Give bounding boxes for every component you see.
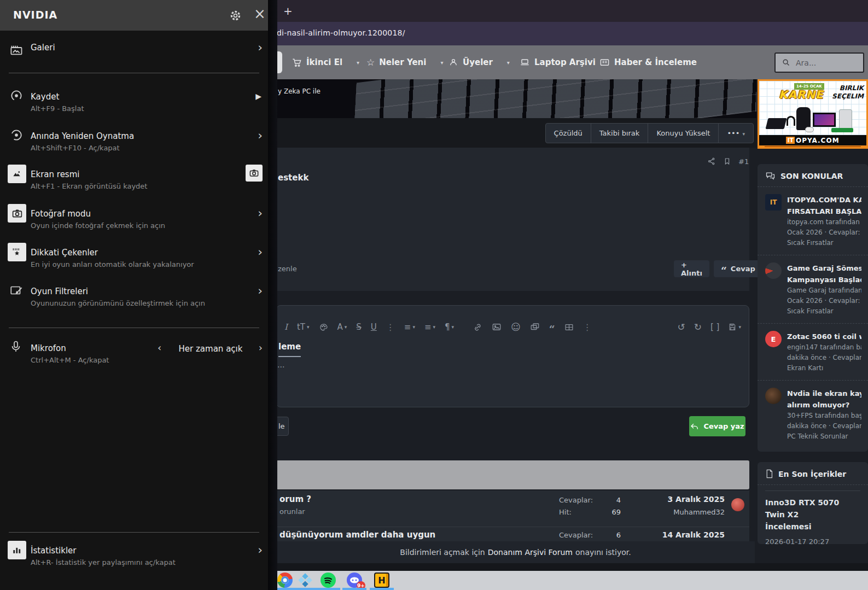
nav-item-ikinci-el[interactable]: İkinci El ▾ xyxy=(292,45,359,79)
url-text: di-nasil-alirim-olmuyor.1200018/ xyxy=(277,28,405,37)
post-card: #1 estekk zenle + Alıntı “Cevap xyxy=(276,148,749,291)
reply-editor[interactable]: I tT▾ A▾ S U ⋮ ≡▾ ≡▾ ¶▾ ☺ xyxy=(276,305,749,407)
menu-item-kaydet[interactable]: Kaydet Alt+F9 - Başlat ▶ xyxy=(0,87,268,116)
divider xyxy=(9,328,259,328)
more-tools-button[interactable]: ⋮ xyxy=(583,322,592,332)
list-item[interactable]: IT ITOPYA.COM'DA KARNE FIRSATLARI BAŞLAD… xyxy=(758,187,868,255)
chevron-down-icon: ▾ xyxy=(440,60,443,66)
unfollow-button[interactable]: Takibi bırak xyxy=(591,123,649,143)
avatar[interactable] xyxy=(731,498,744,511)
strikethrough-button[interactable]: S xyxy=(356,322,362,332)
paragraph-button[interactable]: ¶▾ xyxy=(445,322,454,332)
undo-button[interactable]: ↺ xyxy=(677,322,685,332)
chevron-left-icon[interactable]: ‹ xyxy=(158,342,161,353)
camera-capture-icon[interactable] xyxy=(246,165,263,182)
en-son-icerikler-card: En Son İçerikler Inno3D RTX 5070 Twin X2… xyxy=(758,462,868,544)
font-size-button[interactable]: tT▾ xyxy=(297,322,310,332)
menu-item-istatistikler[interactable]: İstatistikler Alt+R- İstatistik yer payl… xyxy=(0,541,268,570)
person-icon xyxy=(448,57,458,67)
en-son-header: En Son İçerikler xyxy=(758,462,868,485)
notification-bar[interactable]: Bildirimleri açmak için Donanım Arşivi F… xyxy=(276,541,755,563)
ad-brand: ITOPYA.COM xyxy=(759,135,866,145)
redo-button[interactable]: ↻ xyxy=(694,322,702,332)
editor-tab[interactable]: leme xyxy=(278,342,301,357)
menu-item-fotograf-modu[interactable]: Fotoğraf modu Oyun içinde fotoğraf çekme… xyxy=(0,205,268,233)
reply-button[interactable]: “Cevap xyxy=(714,260,762,277)
underline-button[interactable]: U xyxy=(371,322,377,332)
editor-placeholder[interactable]: ... xyxy=(277,360,284,369)
menu-item-galeri[interactable]: Galeri › xyxy=(0,42,268,63)
discord-icon[interactable]: 9+ xyxy=(347,573,362,588)
post-reply-button[interactable]: Cevap yaz xyxy=(689,416,745,436)
chevron-down-icon: ▾ xyxy=(507,60,510,66)
menu-item-dikkati-cekenler[interactable]: Dikkati Çekenler En iyi oyun anları otom… xyxy=(0,243,268,272)
address-bar[interactable]: di-nasil-alirim-olmuyor.1200018/ xyxy=(268,22,868,45)
bump-topic-button[interactable]: Konuyu Yükselt xyxy=(648,123,719,143)
avatar: IT xyxy=(765,194,782,211)
list-button[interactable]: ≡▾ xyxy=(404,322,415,332)
taskbar: 9+ H xyxy=(268,571,868,590)
chrome-icon[interactable] xyxy=(277,573,293,588)
smiley-icon[interactable]: ☺ xyxy=(511,322,521,332)
ad-banner[interactable]: 14-25 OCAK KARNE BIRLIKSEÇELIM ITOPYA.CO… xyxy=(758,79,868,149)
new-tab-button[interactable]: + xyxy=(283,4,293,17)
forum-section-bar[interactable] xyxy=(276,460,749,489)
more-options-button[interactable]: •••▾ xyxy=(718,123,754,143)
blue-diamond-app-icon[interactable] xyxy=(298,573,313,588)
save-draft-button[interactable]: ▾ xyxy=(728,323,741,331)
nvidia-overlay: NVIDIA × Galeri › Kaydet Alt+F9 - Başlat… xyxy=(0,0,268,590)
statistics-icon xyxy=(8,541,26,559)
bookmark-icon[interactable] xyxy=(723,157,731,166)
nav-item-neler-yeni[interactable]: ☆ Neler Yeni ▾ xyxy=(366,45,443,79)
nav-item-laptop-arsivi[interactable]: Laptop Arşivi xyxy=(520,45,596,79)
thread-action-row: Çözüldü Takibi bırak Konuyu Yükselt •••▾ xyxy=(276,118,756,148)
font-color-button[interactable]: A▾ xyxy=(337,322,347,332)
share-icon[interactable] xyxy=(707,157,716,166)
active-indicator xyxy=(370,588,394,590)
image-icon[interactable] xyxy=(492,322,502,332)
solved-button[interactable]: Çözüldü xyxy=(545,123,591,143)
hero-image: y Zeka PC ile xyxy=(276,79,756,118)
menu-item-mikrofon[interactable]: Mikrofon Ctrl+Alt+M - Aç/kapat ‹ Her zam… xyxy=(0,339,268,367)
list-item[interactable]: Game Garaj Sömestır K Kampanyası Başladı… xyxy=(758,255,868,323)
close-icon[interactable]: × xyxy=(254,5,266,22)
quote-button[interactable]: + Alıntı xyxy=(674,260,709,277)
menu-item-ekran-resmi[interactable]: Ekran resmi Alt+F1 - Ekran görüntüsü kay… xyxy=(0,165,268,194)
active-indicator xyxy=(342,588,366,590)
search-input[interactable]: Ara... xyxy=(774,52,864,73)
list-item[interactable]: Nvdia ile ekran kaydı na alırım olmuyor?… xyxy=(758,380,868,448)
yellow-h-app-icon[interactable]: H xyxy=(374,573,389,588)
italic-button[interactable]: I xyxy=(284,322,288,332)
media-gallery-icon[interactable] xyxy=(530,322,540,332)
edit-link[interactable]: zenle xyxy=(278,265,297,273)
quote-block-button[interactable]: “ xyxy=(549,326,555,332)
nav-item-haber-inceleme[interactable]: Haber & İnceleme xyxy=(599,45,697,79)
gear-icon[interactable] xyxy=(229,9,242,22)
more-formats-button[interactable]: ⋮ xyxy=(386,322,395,332)
nav-label: Laptop Arşivi xyxy=(534,57,596,67)
latest-content-date: 2026-01-17 20:27 xyxy=(758,533,868,544)
list-item[interactable]: E Zotac 5060 ti coil whine engin147 tara… xyxy=(758,323,868,380)
palette-icon[interactable] xyxy=(319,323,328,332)
active-indicator xyxy=(316,588,340,590)
divider xyxy=(9,532,259,533)
cart-icon xyxy=(292,57,302,68)
son-konular-card: SON KONULAR IT ITOPYA.COM'DA KARNE FIRSA… xyxy=(758,164,868,452)
bbcode-button[interactable]: [ ] xyxy=(710,322,719,332)
table-icon[interactable] xyxy=(564,323,574,332)
ad-controller xyxy=(805,127,814,132)
chevron-right-icon: › xyxy=(258,284,263,297)
chevron-right-icon: › xyxy=(258,245,263,259)
nav-item-uyeler[interactable]: Üyeler ▾ xyxy=(448,45,510,79)
chevron-right-icon[interactable]: › xyxy=(259,342,263,353)
thread-action-buttons: Çözüldü Takibi bırak Konuyu Yükselt •••▾ xyxy=(546,123,754,143)
post-number[interactable]: #1 xyxy=(738,157,749,166)
spotify-icon[interactable] xyxy=(321,573,336,588)
notification-link[interactable]: Donanım Arşivi Forum xyxy=(488,548,573,557)
align-button[interactable]: ≡▾ xyxy=(424,322,435,332)
menu-item-oyun-filtreleri[interactable]: Oyun Filtreleri Oyununuzun görünümünü öz… xyxy=(0,282,268,311)
latest-content-link[interactable]: Inno3D RTX 5070 Twin X2 İncelemesi xyxy=(758,491,868,533)
ad-headset xyxy=(787,116,795,126)
link-icon[interactable] xyxy=(473,323,482,332)
menu-item-aninda-yeniden-oynatma[interactable]: Anında Yeniden Oynatma Alt+Shift+F10 - A… xyxy=(0,127,268,155)
